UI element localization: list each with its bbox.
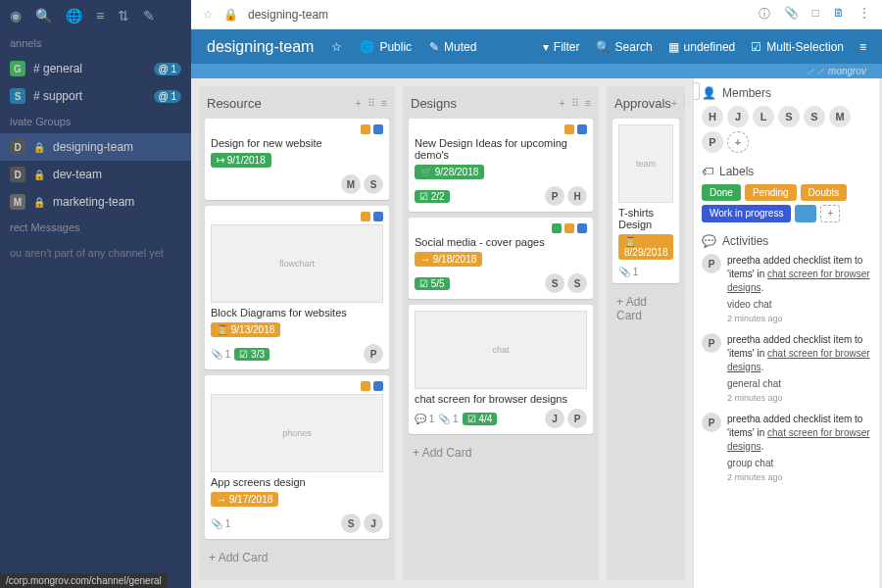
card[interactable]: Design for new website↦ 9/1/2018MS [205,119,389,200]
activity-link[interactable]: chat screen for browser designs [727,348,870,372]
card-label [361,212,370,221]
add-card-button[interactable]: + Add Card [409,440,593,466]
star-icon[interactable]: ☆ [203,8,214,22]
activity-item: Ppreetha added checklist item to 'items'… [702,413,871,482]
url-bar: /corp.mongrov.com/channel/general [0,573,168,588]
add-card-button[interactable]: + Add Card [205,545,389,570]
member-avatar[interactable]: L [753,106,774,127]
attach-count: 📎 1 [438,414,458,424]
label-pending[interactable]: Pending [745,184,797,201]
lock-icon: 🔒 [33,170,45,180]
member-avatar[interactable]: H [702,106,723,127]
group-item[interactable]: D🔒dev-team [0,161,191,188]
label-color[interactable] [795,205,816,222]
list-header: Resource+⠿≡ [205,92,389,119]
drag-icon[interactable]: ⠿ [368,97,375,110]
globe-icon[interactable]: 🌐 [66,8,82,24]
info-icon[interactable]: ⓘ [759,6,770,23]
member-avatar[interactable]: S [778,106,800,127]
card[interactable]: flowchartBlock Diagrams for websites⏳ 9/… [205,206,389,369]
card-members: SJ [341,514,383,533]
list: Designs+⠿≡New Design Ideas for upcoming … [403,86,599,580]
card[interactable]: New Design Ideas for upcoming demo's🛒 9/… [409,119,593,212]
checklist-badge: ☑ 3/3 [234,348,270,361]
avatar: P [545,186,564,206]
muted-button[interactable]: ✎ Muted [429,40,476,54]
card-footer: 📎 1 [618,267,673,277]
list-icon[interactable]: ≡ [96,8,104,24]
attach-count: 📎 1 [211,349,230,360]
doc-icon[interactable]: 🗎 [833,6,845,23]
list-title: Approvals [614,96,671,111]
attach-icon[interactable]: 📎 [784,6,799,23]
label-doubts[interactable]: Doubts [801,184,848,201]
member-avatar[interactable]: J [727,106,749,127]
card[interactable]: phonesApp screens design→ 9/17/2018📎 1SJ [205,375,389,539]
activity-time: 2 minutes ago [727,393,871,403]
menu-icon[interactable]: ≡ [859,40,866,54]
card-members: SS [545,273,587,293]
group-badge: D [10,167,25,182]
edit-icon[interactable]: ✎ [143,8,155,24]
card[interactable]: Social media - cover pages→ 9/18/2018☑ 5… [409,218,593,299]
add-icon[interactable]: + [559,97,564,110]
card-labels [211,124,383,134]
channel-item[interactable]: S# support@ 1 [0,82,191,110]
group-item[interactable]: D🔒designing-team [0,133,191,161]
drag-icon[interactable]: ⠿ [683,97,685,110]
group-item[interactable]: M🔒marketing-team [0,188,191,216]
view-button[interactable]: ▦ undefined [668,40,736,54]
menu-icon[interactable]: ≡ [381,97,387,110]
lock-icon: 🔒 [223,8,238,22]
card[interactable]: chatchat screen for browser designs💬 1📎 … [409,305,593,434]
add-icon[interactable]: + [355,97,361,110]
channel-badge: G [10,61,25,76]
avatar: P [364,344,383,364]
activity-link[interactable]: chat screen for browser designs [727,269,870,293]
card-labels [211,212,383,221]
member-avatar[interactable]: S [804,106,825,127]
activity-text: preetha added checklist item to 'items' … [727,254,871,295]
add-label-button[interactable]: + [820,205,840,222]
card-label [361,381,370,391]
card[interactable]: teamT-shirts Design⏳ 8/29/2018📎 1 [612,119,679,283]
private-header: ivate Groups [0,110,191,133]
avatar-icon[interactable]: ◉ [10,8,22,24]
search-icon[interactable]: 🔍 [35,8,52,24]
video-icon[interactable]: □ [812,6,819,23]
card-footer: ☑ 2/2PH [415,186,587,206]
filter-button[interactable]: ▾ Filter [543,40,580,54]
brand-bar: ⟋⟋ mongrov [191,64,882,78]
card-footer: ☑ 5/5SS [415,273,587,293]
member-avatar[interactable]: P [702,131,723,153]
list-title: Resource [207,96,262,111]
public-button[interactable]: 🌐 Public [360,40,412,54]
kebab-icon[interactable]: ⋮ [858,6,870,23]
avatar: P [567,409,587,428]
card-footer: MS [211,174,383,194]
label-wip[interactable]: Work in progress [702,205,791,222]
card-title: chat screen for browser designs [415,393,587,405]
label-done[interactable]: Done [702,184,741,201]
sort-icon[interactable]: ⇅ [118,8,129,24]
add-icon[interactable]: + [671,97,677,110]
multiselect-button[interactable]: ☑ Multi-Selection [751,40,844,54]
add-member-button[interactable]: + [727,131,749,153]
members-header: 👤 Members [702,86,871,100]
search-button[interactable]: 🔍 Search [596,40,653,54]
collapse-panel-icon[interactable]: › [693,82,700,100]
drag-icon[interactable]: ⠿ [571,97,579,110]
member-avatar[interactable]: M [829,106,851,127]
add-card-button[interactable]: + Add Card [612,289,679,328]
group-name: dev-team [53,168,102,181]
card-members: JP [545,409,587,428]
card-label [564,124,574,134]
channel-item[interactable]: G# general@ 1 [0,55,191,82]
date-badge: → 9/17/2018 [211,492,278,507]
activity-link[interactable]: chat screen for browser designs [727,427,870,452]
card-title: T-shirts Design [618,207,673,230]
sidebar-toolbar: ◉ 🔍 🌐 ≡ ⇅ ✎ [0,0,191,31]
group-name: marketing-team [53,195,134,209]
menu-icon[interactable]: ≡ [585,97,591,110]
board-star-icon[interactable]: ☆ [331,40,342,54]
